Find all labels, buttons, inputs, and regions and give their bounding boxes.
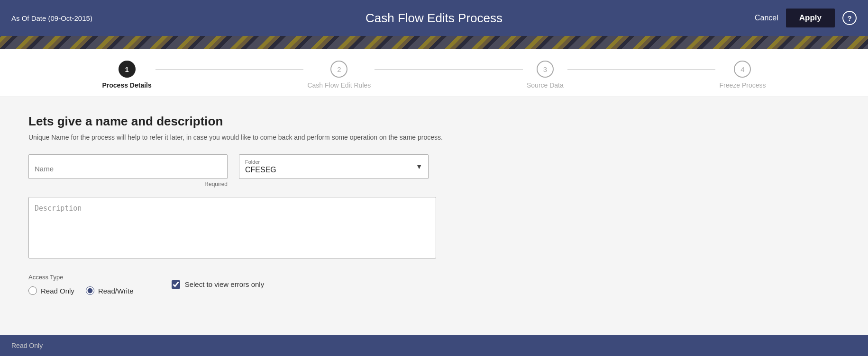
- folder-wrap: Folder CFESEG ▼: [239, 154, 429, 179]
- read-only-label: Read Only: [41, 287, 74, 295]
- description-textarea[interactable]: [28, 197, 436, 258]
- step-label-1: Process Details: [102, 81, 152, 89]
- description-wrap: [28, 197, 840, 260]
- folder-label: Folder: [245, 159, 422, 165]
- required-label: Required: [28, 181, 228, 187]
- wizard-step-3[interactable]: 3 Source Data: [527, 61, 564, 89]
- app-footer: Read Only: [0, 335, 868, 356]
- step-circle-3: 3: [537, 61, 554, 78]
- checkbox-label: Select to view errors only: [185, 280, 265, 288]
- wizard-steps-container: 1 Process Details 2 Cash Flow Edit Rules…: [102, 61, 766, 89]
- errors-only-checkbox-label[interactable]: Select to view errors only: [172, 280, 265, 289]
- read-only-option[interactable]: Read Only: [28, 286, 74, 295]
- help-icon[interactable]: ?: [842, 11, 857, 25]
- name-folder-row: Required Folder CFESEG ▼: [28, 154, 840, 187]
- read-write-label: Read/Write: [98, 287, 134, 295]
- access-section: Access Type Read Only Read/Write Select …: [28, 274, 840, 295]
- read-write-option[interactable]: Read/Write: [86, 286, 134, 295]
- folder-dropdown[interactable]: Folder CFESEG ▼: [239, 154, 429, 179]
- read-only-radio[interactable]: [28, 286, 37, 295]
- step-circle-4: 4: [734, 61, 751, 78]
- footer-status: Read Only: [11, 342, 43, 349]
- step-line-2-3: [375, 69, 523, 70]
- step-wizard: 1 Process Details 2 Cash Flow Edit Rules…: [0, 49, 868, 97]
- errors-only-checkbox[interactable]: [172, 280, 180, 289]
- name-field-wrap: Required: [28, 154, 228, 187]
- banner-strip: [0, 36, 868, 49]
- step-line-1-2: [155, 69, 304, 70]
- access-type-label: Access Type: [28, 274, 134, 281]
- radio-group: Read Only Read/Write: [28, 286, 134, 295]
- page-title: Cash Flow Edits Process: [365, 11, 503, 26]
- step-label-3: Source Data: [527, 81, 564, 89]
- step-circle-2: 2: [330, 61, 347, 78]
- wizard-step-1[interactable]: 1 Process Details: [102, 61, 152, 89]
- step-label-2: Cash Flow Edit Rules: [307, 81, 371, 89]
- wizard-step-2[interactable]: 2 Cash Flow Edit Rules: [307, 61, 371, 89]
- wizard-step-4[interactable]: 4 Freeze Process: [719, 61, 766, 89]
- apply-button[interactable]: Apply: [786, 9, 835, 27]
- step-label-4: Freeze Process: [719, 81, 766, 89]
- header-actions: Cancel Apply ?: [755, 9, 857, 27]
- cancel-button[interactable]: Cancel: [755, 14, 778, 22]
- main-content: Lets give a name and description Unique …: [0, 97, 868, 356]
- app-header: As Of Date (09-Oct-2015) Cash Flow Edits…: [0, 0, 868, 36]
- chevron-down-icon: ▼: [416, 163, 422, 170]
- step-line-3-4: [567, 69, 716, 70]
- read-write-radio[interactable]: [86, 286, 94, 295]
- as-of-date: As Of Date (09-Oct-2015): [11, 14, 92, 22]
- section-title: Lets give a name and description: [28, 114, 840, 129]
- access-type-group: Access Type Read Only Read/Write: [28, 274, 134, 295]
- step-circle-1: 1: [119, 61, 136, 78]
- name-input[interactable]: [28, 154, 228, 179]
- section-desc: Unique Name for the process will help to…: [28, 134, 840, 141]
- folder-value: CFESEG: [245, 166, 422, 174]
